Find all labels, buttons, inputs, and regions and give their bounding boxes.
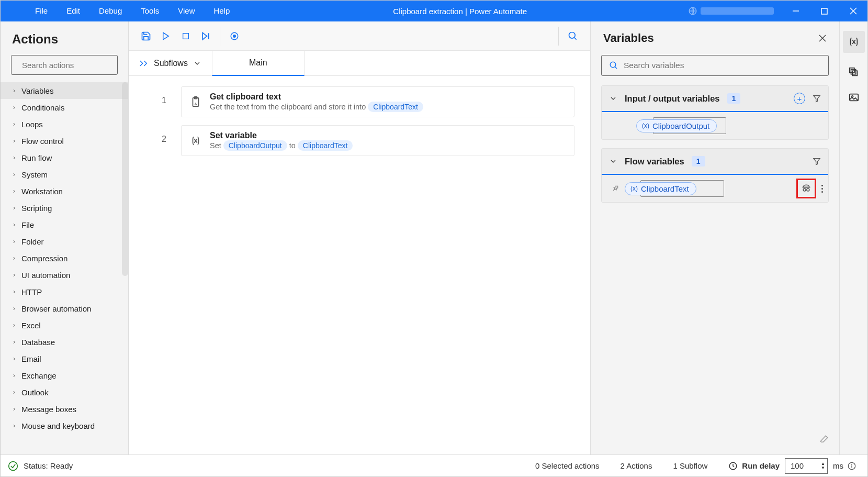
search-icon: [609, 61, 618, 70]
category-email[interactable]: ›Email: [1, 350, 128, 367]
subflows-dropdown[interactable]: Subflows: [129, 59, 212, 68]
variables-rail-button[interactable]: [843, 31, 865, 53]
pin-icon[interactable]: [611, 184, 619, 193]
svg-point-22: [610, 62, 616, 68]
menu-edit[interactable]: Edit: [57, 1, 89, 21]
category-system[interactable]: ›System: [1, 166, 128, 183]
variable-chip[interactable]: (x) ClipboardText: [625, 182, 696, 195]
category-message-boxes[interactable]: ›Message boxes: [1, 401, 128, 417]
step-title: Get clipboard text: [210, 92, 566, 102]
status-ok-icon: [8, 461, 18, 471]
canvas-area: 1 2 A Get clipboard text Get the text fr…: [129, 76, 590, 454]
category-variables[interactable]: ›Variables: [1, 82, 128, 99]
flow-variables-header[interactable]: Flow variables 1: [602, 149, 828, 175]
menu-view[interactable]: View: [168, 1, 204, 21]
variable-row-clipboard-text[interactable]: (x) ClipboardText: [602, 175, 828, 202]
run-delay-label: Run delay: [742, 461, 780, 470]
category-browser-automation[interactable]: ›Browser automation: [1, 300, 128, 317]
status-bar: Status: Ready 0 Selected actions 2 Actio…: [1, 454, 867, 476]
flow-variables-count: 1: [692, 156, 705, 167]
minimize-button[interactable]: [781, 1, 810, 21]
category-http[interactable]: ›HTTP: [1, 283, 128, 300]
category-loops[interactable]: ›Loops: [1, 116, 128, 132]
svg-marker-7: [163, 32, 169, 40]
svg-point-41: [852, 464, 852, 464]
window-controls: [681, 1, 867, 21]
tenant-indicator[interactable]: [681, 6, 781, 16]
add-variable-button[interactable]: +: [794, 93, 805, 104]
category-excel[interactable]: ›Excel: [1, 317, 128, 334]
record-button[interactable]: [224, 26, 244, 46]
io-variables-header[interactable]: Input / output variables 1 +: [602, 86, 828, 112]
io-variables-title: Input / output variables: [625, 94, 720, 104]
menu-help[interactable]: Help: [205, 1, 240, 21]
info-icon[interactable]: [848, 462, 856, 470]
run-delay-input[interactable]: 100 ▲▼: [785, 458, 828, 474]
line-number: 2: [129, 127, 181, 166]
svg-marker-25: [814, 159, 820, 165]
category-mouse-keyboard[interactable]: ›Mouse and keyboard: [1, 417, 128, 434]
action-categories: ›Variables ›Conditionals ›Loops ›Flow co…: [1, 82, 128, 454]
variables-search[interactable]: [601, 55, 829, 76]
tab-main[interactable]: Main: [212, 51, 305, 76]
step-button[interactable]: [196, 26, 216, 46]
images-rail-button[interactable]: [848, 92, 860, 103]
scrollbar[interactable]: [122, 82, 128, 276]
actions-heading: Actions: [1, 21, 128, 55]
chevron-right-icon: ›: [13, 87, 15, 94]
category-workstation[interactable]: ›Workstation: [1, 183, 128, 199]
variables-search-input[interactable]: [624, 61, 821, 70]
category-outlook[interactable]: ›Outlook: [1, 384, 128, 401]
subflow-count: 1 Subflow: [662, 461, 718, 470]
run-button[interactable]: [156, 26, 176, 46]
eraser-icon[interactable]: [819, 435, 829, 444]
step-title: Set variable: [210, 131, 566, 140]
chevron-right-icon: ›: [13, 338, 15, 346]
clipboard-icon: A: [190, 96, 201, 108]
category-database[interactable]: ›Database: [1, 334, 128, 350]
canvas-search-button[interactable]: [563, 26, 583, 46]
category-flow-control[interactable]: ›Flow control: [1, 132, 128, 149]
menu-debug[interactable]: Debug: [89, 1, 131, 21]
menu-tools[interactable]: Tools: [131, 1, 168, 21]
variable-row-clipboard-output[interactable]: (x) ClipboardOutput: [602, 112, 828, 139]
close-button[interactable]: [839, 1, 867, 21]
window-title: Clipboard extraction | Power Automate: [239, 7, 681, 16]
chevron-down-icon: [193, 59, 201, 68]
svg-text:A: A: [195, 101, 197, 106]
step-get-clipboard[interactable]: A Get clipboard text Get the text from t…: [181, 86, 574, 117]
menu-file[interactable]: File: [26, 1, 57, 21]
clock-icon: [728, 461, 738, 471]
maximize-button[interactable]: [810, 1, 839, 21]
gutter: 1 2: [129, 76, 181, 454]
category-compression[interactable]: ›Compression: [1, 250, 128, 267]
incognito-icon: [801, 183, 811, 194]
chevron-down-icon: [609, 157, 617, 165]
ui-elements-rail-button[interactable]: [848, 66, 860, 78]
category-run-flow[interactable]: ›Run flow: [1, 149, 128, 166]
category-file[interactable]: ›File: [1, 216, 128, 233]
category-conditionals[interactable]: ›Conditionals: [1, 99, 128, 116]
filter-icon[interactable]: [813, 94, 821, 103]
filter-icon[interactable]: [813, 157, 821, 165]
svg-rect-32: [849, 68, 854, 73]
svg-line-14: [574, 37, 577, 39]
actions-search[interactable]: [11, 55, 118, 75]
category-scripting[interactable]: ›Scripting: [1, 199, 128, 216]
actions-search-input[interactable]: [22, 61, 121, 70]
svg-marker-9: [202, 32, 207, 39]
step-set-variable[interactable]: Set variable Set ClipboardOutput to Clip…: [181, 125, 574, 156]
stop-button[interactable]: [176, 26, 196, 46]
io-variables-section: Input / output variables 1 + (x) Clipboa…: [601, 85, 829, 140]
variable-chip[interactable]: (x) ClipboardOutput: [636, 119, 717, 132]
svg-point-37: [9, 461, 18, 470]
category-exchange[interactable]: ›Exchange: [1, 367, 128, 384]
category-ui-automation[interactable]: ›UI automation: [1, 267, 128, 283]
category-folder[interactable]: ›Folder: [1, 233, 128, 250]
close-variables-button[interactable]: [818, 34, 827, 42]
sensitive-variable-button[interactable]: [796, 179, 816, 198]
save-button[interactable]: [136, 26, 156, 46]
spinner-buttons[interactable]: ▲▼: [821, 462, 825, 470]
more-options-button[interactable]: [821, 185, 823, 193]
separator: [220, 27, 220, 46]
